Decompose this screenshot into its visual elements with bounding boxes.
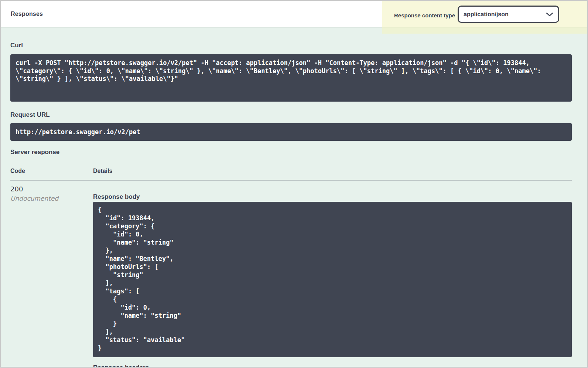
- response-content-type-select[interactable]: application/json: [458, 6, 559, 23]
- curl-command[interactable]: curl -X POST "http://petstore.swagger.io…: [10, 54, 572, 102]
- response-headers-label: Response headers: [93, 364, 572, 368]
- responses-panel: Responses Curl curl -X POST "http://pets…: [0, 0, 588, 368]
- request-url-label: Request URL: [10, 111, 572, 119]
- server-response-table: Code Details 200 Undocumented Response b…: [10, 167, 572, 368]
- responses-title: Responses: [11, 11, 43, 17]
- details-column-header: Details: [93, 167, 572, 174]
- server-response-label: Server response: [10, 149, 572, 156]
- chevron-down-icon: [546, 13, 553, 16]
- response-body-label: Response body: [93, 193, 572, 201]
- selected-content-type: application/json: [464, 11, 509, 18]
- table-header-row: Code Details: [10, 167, 572, 181]
- responses-body: Curl curl -X POST "http://petstore.swagg…: [1, 27, 587, 367]
- table-row: 200 Undocumented Response body { "id": 1…: [10, 181, 572, 368]
- details-cell: Response body { "id": 193844, "category"…: [93, 181, 572, 368]
- undocumented-note: Undocumented: [10, 195, 93, 202]
- response-body-json: { "id": 193844, "category": { "id": 0, "…: [93, 202, 572, 357]
- response-content-type-label: Response content type: [394, 12, 455, 18]
- code-column-header: Code: [10, 167, 93, 174]
- code-cell: 200 Undocumented: [10, 181, 93, 368]
- status-code: 200: [10, 185, 93, 193]
- response-content-type-box: Response content type application/json: [382, 1, 587, 34]
- request-url-value: http://petstore.swagger.io/v2/pet: [10, 123, 572, 141]
